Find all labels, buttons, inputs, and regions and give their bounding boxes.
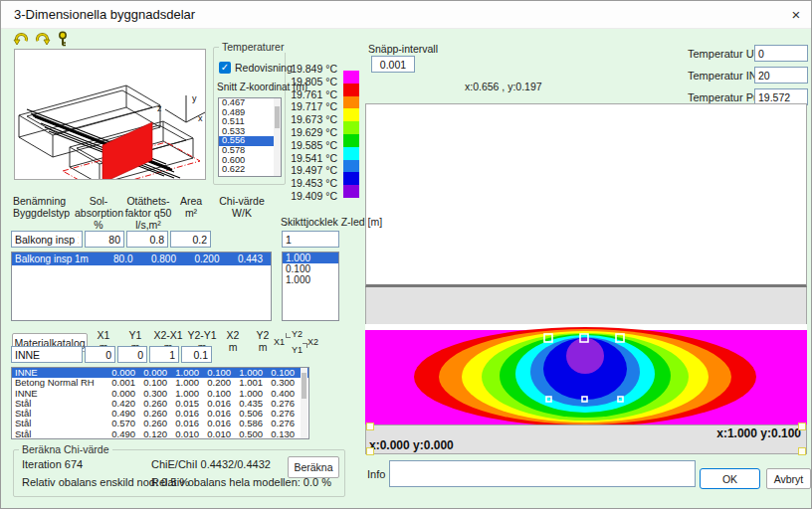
skikt-list-item[interactable]: 1.000 [283,253,338,263]
material-x1-input[interactable] [85,346,115,363]
part-solabs-input[interactable] [85,231,124,248]
header-otathet: Otäthets- faktor q50 l/s,m² [122,196,174,231]
header-solabsorption: Sol- absorption % [75,196,122,231]
cursor-coordinates: x:0.656 , y:0.197 [465,81,542,92]
heatmap-coordinate-strip: x:1.000 y:0.100 x:0.000 y:0.000 [365,424,807,454]
chi-text: ChiE/ChiI 0.4432/0.4432 [151,458,271,470]
temperature-heatmap[interactable] [365,324,807,424]
window-title: 3-Dimensionella byggnadsdelar [14,7,195,22]
selection-handle[interactable] [798,423,806,430]
ok-button[interactable]: OK [700,468,760,489]
axis-z-label: z [157,103,162,113]
skikt-list-item[interactable]: 1.000 [283,274,338,285]
material-list-scrollbar[interactable] [301,368,307,438]
selection-handle[interactable] [366,447,374,455]
header-benamning: Benämning Byggdelstyp [13,196,81,220]
redovisning-label: Redovisning [235,62,293,74]
cancel-button[interactable]: Avbryt [766,468,811,489]
temperatur-inne-input[interactable] [754,67,808,84]
parts-list[interactable]: Balkong insp 1m80.0 0.8000.200 0.443 [11,252,272,321]
material-list-row[interactable]: Stål0.490 0.1200.010 0.0100.500 0.130 [12,429,308,439]
skikttjocklek-label: Skikttjocklek Z-led [m] [281,216,382,228]
rotate-right-icon[interactable] [34,31,51,47]
part-q50-input[interactable] [126,231,168,248]
material-name-input[interactable] [11,346,83,363]
z-list-scrollbar[interactable] [274,98,281,176]
part-area-input[interactable] [170,231,211,248]
header-x2: X2 m [220,330,246,354]
skikttjocklek-input[interactable] [282,231,339,248]
material-y1-input[interactable] [117,346,147,363]
selection-handle[interactable] [798,447,806,455]
part-name-input[interactable] [11,231,83,248]
header-y2: Y2 m [250,330,276,354]
berakna-group: Beräkna Chi-värde Iteration 674 ChiE/Chi… [13,449,345,497]
section-margin-panel [365,287,807,324]
axis-x-label: x [198,113,203,123]
skikt-list-item[interactable]: 0.100 [283,263,338,274]
coord-top-right: x:1.000 y:0.100 [716,426,801,440]
redovisning-checkbox[interactable] [219,62,231,74]
material-y2y1-input[interactable] [181,346,212,363]
temperature-scale-labels: 19.849 °C19.805 °C19.761 °C19.717 °C19.6… [288,63,337,203]
rotate-left-icon[interactable] [13,31,30,47]
berakna-group-label: Beräkna Chi-värde [19,443,112,455]
coordinate-diagram: X1 Y2 Y1 X2 [274,329,319,357]
skikttjocklek-list[interactable]: 1.0000.1001.000 [282,252,339,321]
temperatur-ute-input[interactable] [754,45,808,62]
key-icon[interactable] [57,31,74,47]
berakna-button[interactable]: Beräkna [288,456,339,478]
snapp-intervall-label: Snäpp-intervall [368,43,438,55]
parts-list-row[interactable]: Balkong insp 1m80.0 0.8000.200 0.443 [12,253,271,265]
snapp-intervall-input[interactable] [371,56,415,73]
dialog-3d-byggnadsdelar: 3-Dimensionella byggnadsdelar × [0,0,812,509]
material-x2x1-input[interactable] [149,346,179,363]
coord-bottom-left: x:0.000 y:0.000 [369,438,454,452]
temperaturer-group: Temperaturer Redovisning Snitt Z-koordin… [213,47,286,185]
material-list[interactable]: INNE0.000 0.0001.000 0.1001.000 0.100 Be… [11,367,309,439]
section-drawing-canvas[interactable] [365,103,807,287]
z-list-item[interactable]: 0.644 [219,175,281,177]
temperaturer-group-label: Temperaturer [219,41,287,53]
selection-handle[interactable] [366,423,374,430]
model-3d-view[interactable]: y z x [14,49,206,180]
iteration-text: Iteration 674 [22,458,83,470]
close-icon[interactable]: × [783,4,809,26]
axis-y-label: y [192,93,197,103]
temperature-scale-colorbar [343,71,359,198]
header-area: Area m² [172,196,210,220]
info-label: Info [367,468,385,480]
info-input[interactable] [389,460,696,487]
z-coordinate-list[interactable]: 0.4670.4890.5110.5330.5560.5780.6000.622… [218,97,282,177]
header-chivarde: Chi-värde W/K [216,196,268,220]
